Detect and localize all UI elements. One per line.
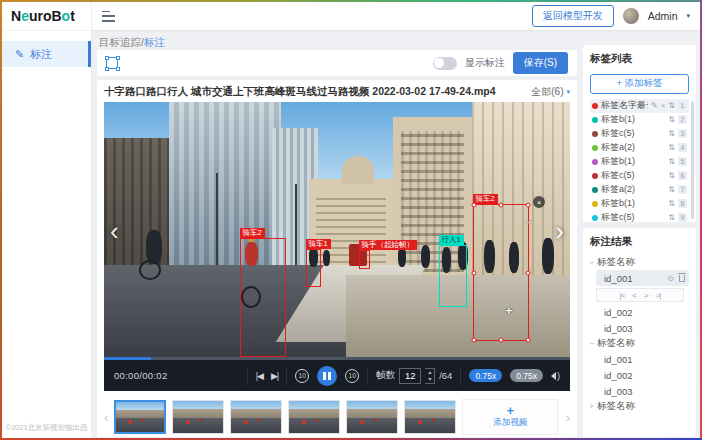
resize-handle[interactable] <box>472 338 477 343</box>
sidebar-item-annotate[interactable]: ✎ 标注 <box>2 41 91 67</box>
pause-button[interactable] <box>317 366 337 386</box>
resize-handle[interactable] <box>499 203 504 208</box>
label-list-panel: 标签列表 + 添加标签 标签名字最长数...✎×⇅1标签b(1)⇅2标签c(5)… <box>583 45 696 222</box>
frame-stepper[interactable] <box>425 368 435 384</box>
result-item[interactable]: id_002 <box>590 367 689 383</box>
sort-label-icon[interactable]: ⇅ <box>668 200 675 208</box>
forward-10-icon[interactable]: 10 <box>345 369 359 383</box>
result-group-header[interactable]: ›标签名称 <box>590 399 689 414</box>
result-group-header[interactable]: ›标签名称 <box>590 255 689 270</box>
result-item[interactable]: id_002 <box>590 304 689 320</box>
step-up-icon[interactable] <box>425 369 434 376</box>
label-list-item[interactable]: 标签a(2)⇅4 <box>590 141 689 155</box>
filmstrip: ‹ + 添加视频 › <box>104 398 570 436</box>
locate-icon[interactable]: ⊙ <box>667 274 674 283</box>
label-name: 标签c(5) <box>601 169 665 182</box>
video-thumbnail[interactable] <box>230 400 282 434</box>
next-frame-chevron[interactable]: › <box>555 218 564 244</box>
result-item[interactable]: id_003 <box>590 383 689 399</box>
label-list-item[interactable]: 标签b(1)⇅2 <box>590 113 689 127</box>
add-label-button[interactable]: + 添加标签 <box>590 74 689 94</box>
bounding-box-tool-icon[interactable] <box>106 57 118 69</box>
breadcrumb-parent[interactable]: 目标追踪 <box>99 36 141 48</box>
add-video-button[interactable]: + 添加视频 <box>462 399 558 435</box>
collapse-menu-icon[interactable] <box>102 11 115 22</box>
sort-label-icon[interactable]: ⇅ <box>668 116 675 124</box>
delete-label-icon[interactable]: × <box>661 102 666 110</box>
rewind-10-icon[interactable]: 10 <box>295 369 309 383</box>
result-group-header[interactable]: ›标签名称 <box>590 336 689 351</box>
sort-label-icon[interactable]: ⇅ <box>668 130 675 138</box>
sort-label-icon[interactable]: ⇅ <box>668 214 675 222</box>
frame-input[interactable] <box>399 368 421 384</box>
trash-icon[interactable] <box>679 275 685 282</box>
scrollbar[interactable] <box>691 101 694 219</box>
resize-handle[interactable] <box>526 338 531 343</box>
label-list-item[interactable]: 标签b(1)⇅8 <box>590 197 689 211</box>
label-order-badge: 4 <box>678 143 687 152</box>
logo-text: N <box>11 8 21 24</box>
avatar[interactable] <box>623 8 639 24</box>
chevron-open-icon: › <box>587 342 596 345</box>
show-annotations-toggle[interactable] <box>433 57 457 70</box>
show-annotations-label: 显示标注 <box>465 56 505 70</box>
prev-frame-chevron[interactable]: ‹ <box>110 218 119 244</box>
topbar: 返回模型开发 Admin ▾ <box>92 2 700 30</box>
resize-handle[interactable] <box>472 270 477 275</box>
pencil-icon: ✎ <box>15 48 24 61</box>
annotation-box[interactable]: 骑车2 <box>240 238 286 357</box>
sort-label-icon[interactable]: ⇅ <box>668 102 675 110</box>
label-list-item[interactable]: 标签c(5)⇅6 <box>590 169 689 183</box>
video-thumbnail[interactable] <box>404 400 456 434</box>
sort-label-icon[interactable]: ⇅ <box>668 172 675 180</box>
label-name: 标签b(1) <box>601 155 665 168</box>
label-list-item[interactable]: 标签a(2)⇅7 <box>590 183 689 197</box>
strip-prev-chevron[interactable]: ‹ <box>104 410 108 425</box>
annotation-box[interactable]: 骑手（起始帧） <box>359 250 370 269</box>
step-down-icon[interactable] <box>425 376 434 383</box>
resize-handle[interactable] <box>526 270 531 275</box>
speed-pill-active[interactable]: 0.75x <box>469 369 502 382</box>
sort-label-icon[interactable]: ⇅ <box>668 144 675 152</box>
user-name[interactable]: Admin <box>648 10 678 22</box>
label-list-item[interactable]: 标签c(5)⇅3 <box>590 127 689 141</box>
resize-handle[interactable] <box>526 203 531 208</box>
strip-next-chevron[interactable]: › <box>566 410 570 425</box>
label-list-item[interactable]: 标签名字最长数...✎×⇅1 <box>590 99 689 113</box>
speed-pill-secondary[interactable]: 0.75x <box>510 369 543 382</box>
back-to-model-dev-button[interactable]: 返回模型开发 <box>532 5 614 27</box>
delete-box-button[interactable]: × <box>533 196 545 208</box>
first-frame-icon[interactable]: |◀ <box>256 371 263 381</box>
last-frame-icon[interactable]: ▶| <box>271 371 278 381</box>
label-list-item[interactable]: 标签b(1)⇅5 <box>590 155 689 169</box>
pager-next-icon[interactable]: > <box>644 291 648 300</box>
volume-icon[interactable]: ) <box>551 371 560 381</box>
pager-first-icon[interactable]: |< <box>620 291 625 300</box>
chevron-down-icon[interactable]: ▾ <box>686 12 690 20</box>
app-window: NeuroBot ✎ 标注 ©2021北京矩视智能出品 返回模型开发 Admin… <box>0 0 702 440</box>
pager-prev-icon[interactable]: < <box>632 291 636 300</box>
pager-last-icon[interactable]: >| <box>656 291 661 300</box>
save-button[interactable]: 保存(S) <box>513 52 568 74</box>
result-item[interactable]: id_003 <box>590 320 689 336</box>
annotation-box[interactable]: 骑车2×↔+ <box>473 204 529 341</box>
annotation-box[interactable]: 骑车1 <box>306 249 321 287</box>
resize-handle[interactable] <box>472 203 477 208</box>
sort-label-icon[interactable]: ⇅ <box>668 186 675 194</box>
frame-counter: 帧数 /64 <box>376 368 452 384</box>
chevron-down-icon: ▾ <box>566 88 570 96</box>
result-item[interactable]: id_001⊙ <box>596 270 689 286</box>
label-list-item[interactable]: 标签c(5)⇅9 <box>590 211 689 225</box>
video-thumbnail[interactable] <box>288 400 340 434</box>
progress-bar[interactable] <box>104 357 570 360</box>
annotation-box[interactable]: 行人1 <box>439 245 467 307</box>
edit-label-icon[interactable]: ✎ <box>651 102 658 110</box>
resize-handle[interactable] <box>499 338 504 343</box>
filter-dropdown[interactable]: 全部(6) ▾ <box>531 85 570 99</box>
video-thumbnail[interactable] <box>114 400 166 434</box>
frame-label: 帧数 <box>376 369 395 382</box>
video-thumbnail[interactable] <box>346 400 398 434</box>
result-item[interactable]: id_001 <box>590 351 689 367</box>
video-thumbnail[interactable] <box>172 400 224 434</box>
sort-label-icon[interactable]: ⇅ <box>668 158 675 166</box>
